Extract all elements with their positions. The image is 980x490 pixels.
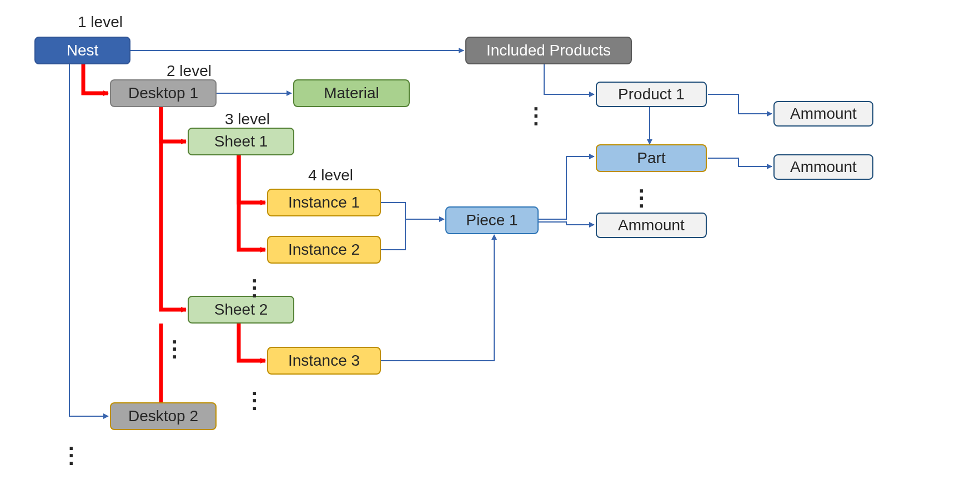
node-desktop2-label: Desktop 2: [128, 407, 198, 425]
level3-label: 3 level: [225, 110, 270, 128]
node-piece1-label: Piece 1: [466, 211, 517, 229]
node-nest-label: Nest: [67, 42, 99, 59]
arrow-instance3-piece1: [380, 235, 494, 361]
arrow-sheet1-instance1: [239, 155, 265, 203]
dots-included: ...: [533, 100, 539, 122]
arrow-desktop1-sheet1: [161, 107, 186, 142]
node-sheet2: Sheet 2: [188, 296, 294, 324]
node-instance2: Instance 2: [267, 236, 381, 264]
node-desktop2: Desktop 2: [110, 402, 217, 430]
node-part-label: Part: [637, 149, 665, 167]
dots-instance3: ...: [252, 385, 258, 407]
dots-part: ...: [639, 182, 645, 204]
node-instance1-label: Instance 1: [288, 194, 360, 211]
node-instance3-label: Instance 3: [288, 352, 360, 370]
arrow-nest-desktop2: [69, 64, 108, 416]
level2-label: 2 level: [167, 62, 212, 80]
dots-sheet: ...: [172, 333, 178, 355]
node-amm-bottom-label: Ammount: [618, 216, 685, 234]
node-amm-mid: Ammount: [773, 154, 873, 180]
node-material: Material: [293, 79, 410, 107]
node-sheet1-label: Sheet 1: [214, 133, 268, 150]
node-sheet2-label: Sheet 2: [214, 301, 268, 319]
node-nest: Nest: [34, 37, 130, 64]
node-amm-mid-label: Ammount: [790, 158, 857, 176]
arrow-part-amm-mid: [708, 158, 772, 166]
node-sheet1: Sheet 1: [188, 128, 294, 155]
arrow-sheet2-instance3: [239, 324, 265, 361]
arrow-sheet1-instance2: [239, 155, 265, 250]
arrow-desktop1-sheet2: [161, 107, 186, 310]
arrow-piece1-part: [539, 156, 594, 219]
node-desktop1: Desktop 1: [110, 79, 217, 107]
level1-label: 1 level: [78, 13, 123, 31]
node-amm-top: Ammount: [773, 101, 873, 127]
node-material-label: Material: [324, 84, 379, 102]
node-included: Included Products: [465, 37, 632, 64]
node-instance3: Instance 3: [267, 347, 381, 375]
node-product1-label: Product 1: [618, 85, 685, 103]
node-piece1: Piece 1: [445, 206, 539, 234]
node-amm-bottom: Ammount: [596, 213, 707, 238]
arrow-piece1-amm-bottom: [539, 222, 594, 225]
level4-label: 4 level: [308, 166, 353, 184]
node-instance2-label: Instance 2: [288, 241, 360, 259]
dots-instance12: ...: [252, 272, 258, 294]
arrow-product1-amm-top: [708, 94, 772, 114]
dots-left: ...: [68, 440, 74, 462]
node-desktop1-label: Desktop 1: [128, 84, 198, 102]
arrow-included-product1: [544, 64, 594, 94]
arrow-instance1-piece1: [380, 203, 444, 219]
arrow-nest-desktop1: [83, 64, 108, 93]
node-instance1: Instance 1: [267, 189, 381, 216]
diagram-canvas: 1 level 2 level 3 level 4 level Nest Des…: [0, 0, 980, 490]
node-product1: Product 1: [596, 82, 707, 107]
node-included-label: Included Products: [486, 42, 611, 59]
node-amm-top-label: Ammount: [790, 105, 857, 123]
arrow-instance2-piece1: [380, 219, 405, 250]
node-part: Part: [596, 144, 707, 172]
